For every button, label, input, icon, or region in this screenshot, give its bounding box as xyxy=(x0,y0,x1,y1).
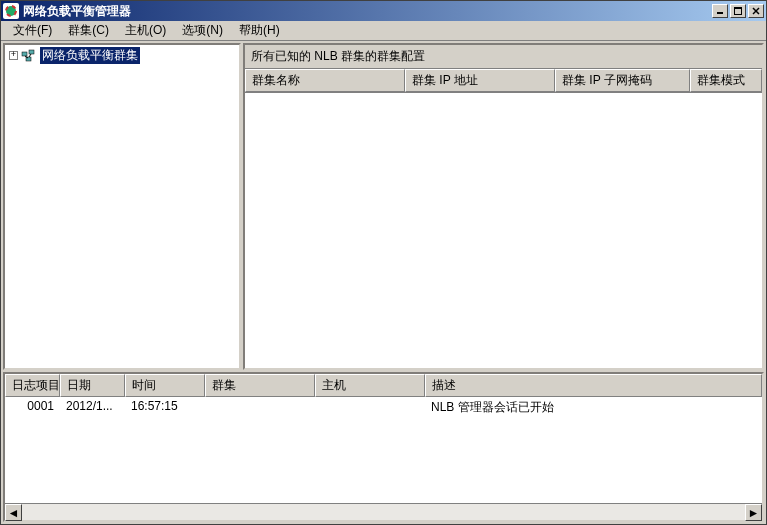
menu-help[interactable]: 帮助(H) xyxy=(231,20,288,41)
titlebar: 网络负载平衡管理器 xyxy=(1,1,766,21)
app-window: 网络负载平衡管理器 文件(F) 群集(C) 主机(O) 选项(N) 帮助(H) … xyxy=(0,0,767,525)
log-row[interactable]: 00012012/1...16:57:15NLB 管理器会话已开始 xyxy=(5,397,762,418)
minimize-button[interactable] xyxy=(712,4,728,18)
scroll-track[interactable] xyxy=(22,504,745,520)
logcol-date[interactable]: 日期 xyxy=(60,374,125,397)
menu-options[interactable]: 选项(N) xyxy=(174,20,231,41)
close-button[interactable] xyxy=(748,4,764,18)
menu-host[interactable]: 主机(O) xyxy=(117,20,174,41)
chevron-left-icon: ◄ xyxy=(8,506,20,520)
log-cell-date: 2012/1... xyxy=(60,399,125,416)
log-h-scrollbar[interactable]: ◄ ► xyxy=(5,503,762,520)
tree-expander-icon[interactable]: + xyxy=(9,51,18,60)
tree-pane: + 网络负载平衡群集 xyxy=(3,43,241,370)
menu-cluster[interactable]: 群集(C) xyxy=(60,20,117,41)
menu-file[interactable]: 文件(F) xyxy=(5,20,60,41)
log-cell-desc: NLB 管理器会话已开始 xyxy=(425,399,725,416)
tree-root-item[interactable]: + 网络负载平衡群集 xyxy=(5,45,239,66)
col-cluster-name[interactable]: 群集名称 xyxy=(245,69,405,92)
log-body: 00012012/1...16:57:15NLB 管理器会话已开始 xyxy=(5,397,762,503)
cluster-group-icon xyxy=(21,49,37,63)
detail-body xyxy=(245,93,762,368)
log-cell-item: 0001 xyxy=(5,399,60,416)
detail-columns: 群集名称 群集 IP 地址 群集 IP 子网掩码 群集模式 xyxy=(245,69,762,93)
detail-pane: 所有已知的 NLB 群集的群集配置 群集名称 群集 IP 地址 群集 IP 子网… xyxy=(243,43,764,370)
scroll-right-button[interactable]: ► xyxy=(745,504,762,521)
log-cell-cluster xyxy=(205,399,315,416)
detail-caption: 所有已知的 NLB 群集的群集配置 xyxy=(245,45,762,69)
main-area: + 网络负载平衡群集 所有已知的 NLB 群集的群集配置 群集名称 群 xyxy=(1,41,766,372)
svg-rect-7 xyxy=(22,52,27,56)
logcol-desc[interactable]: 描述 xyxy=(425,374,762,397)
logcol-cluster[interactable]: 群集 xyxy=(205,374,315,397)
maximize-button[interactable] xyxy=(730,4,746,18)
window-controls xyxy=(712,4,764,18)
log-cell-host xyxy=(315,399,425,416)
log-cell-time: 16:57:15 xyxy=(125,399,205,416)
col-cluster-mode[interactable]: 群集模式 xyxy=(690,69,762,92)
scroll-left-button[interactable]: ◄ xyxy=(5,504,22,521)
logcol-time[interactable]: 时间 xyxy=(125,374,205,397)
app-icon xyxy=(3,3,19,19)
svg-line-11 xyxy=(29,54,31,57)
log-pane: 日志项目 日期 时间 群集 主机 描述 00012012/1...16:57:1… xyxy=(3,372,764,522)
col-cluster-mask[interactable]: 群集 IP 子网掩码 xyxy=(555,69,690,92)
tree-root-label[interactable]: 网络负载平衡群集 xyxy=(40,47,140,64)
log-columns: 日志项目 日期 时间 群集 主机 描述 xyxy=(5,374,762,397)
col-cluster-ip[interactable]: 群集 IP 地址 xyxy=(405,69,555,92)
svg-rect-8 xyxy=(29,50,34,54)
menubar: 文件(F) 群集(C) 主机(O) 选项(N) 帮助(H) xyxy=(1,21,766,41)
window-title: 网络负载平衡管理器 xyxy=(23,3,712,20)
chevron-right-icon: ► xyxy=(748,506,760,520)
logcol-host[interactable]: 主机 xyxy=(315,374,425,397)
logcol-item[interactable]: 日志项目 xyxy=(5,374,60,397)
